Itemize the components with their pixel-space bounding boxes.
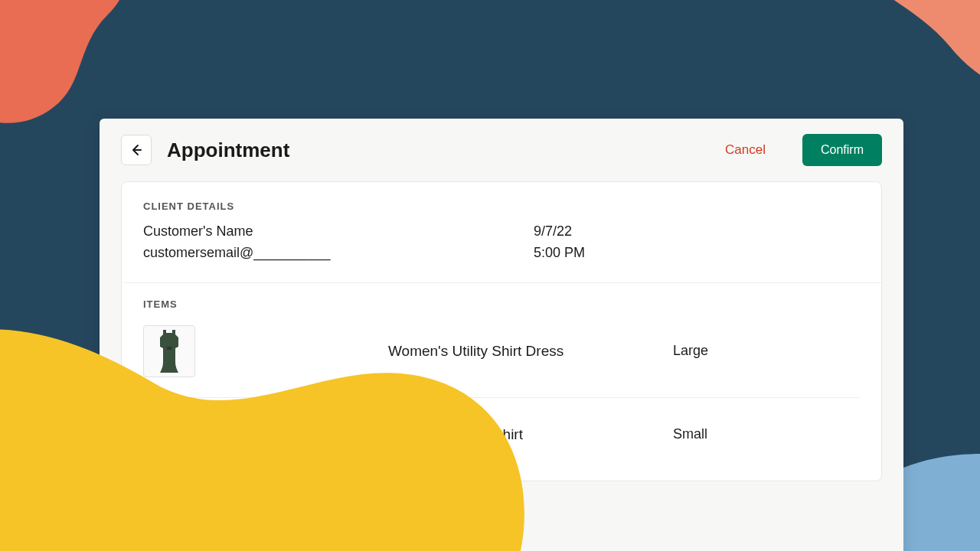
- client-name: Customer's Name: [143, 221, 472, 243]
- confirm-button[interactable]: Confirm: [802, 134, 882, 166]
- page-title: Appointment: [167, 139, 710, 162]
- back-button[interactable]: [121, 135, 152, 165]
- decorative-blob: [0, 260, 712, 551]
- appointment-date: 9/7/22: [534, 221, 585, 243]
- client-identity: Customer's Name customersemail@_________…: [143, 221, 472, 264]
- window-header: Appointment Cancel Confirm: [100, 119, 903, 181]
- arrow-left-icon: [129, 142, 144, 158]
- client-datetime: 9/7/22 5:00 PM: [534, 221, 585, 264]
- cancel-button[interactable]: Cancel: [725, 142, 766, 158]
- section-heading: CLIENT DETAILS: [143, 201, 860, 212]
